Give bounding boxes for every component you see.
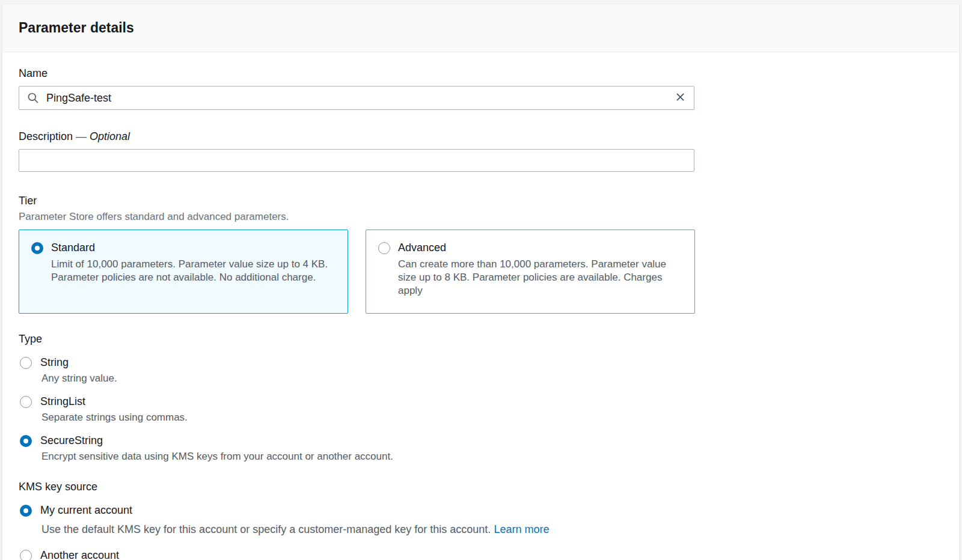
name-label: Name xyxy=(19,67,943,80)
name-input xyxy=(19,86,694,110)
radio-option-string: String Any string value. xyxy=(19,356,943,385)
tier-tile-standard[interactable]: Standard Limit of 10,000 parameters. Par… xyxy=(19,230,348,314)
panel-content: Name xyxy=(2,52,959,560)
panel-title: Parameter details xyxy=(19,20,943,36)
kms-description: Use the default KMS key for this account… xyxy=(41,523,943,536)
type-section: Type String Any string value. StringList… xyxy=(19,333,943,463)
tier-advanced-header: Advanced xyxy=(378,242,682,254)
tier-standard-header: Standard xyxy=(31,242,335,254)
description-field-group: Description — Optional xyxy=(19,130,943,172)
description-label-text: Description xyxy=(19,130,73,142)
kms-section: KMS key source My current account Use th… xyxy=(19,481,943,560)
type-securestring-description: Encrypt sensitive data using KMS keys fr… xyxy=(41,451,943,463)
learn-more-link[interactable]: Learn more xyxy=(494,523,549,535)
type-stringlist-title: StringList xyxy=(40,395,85,408)
radio-standard[interactable] xyxy=(31,242,43,254)
description-label-separator: — xyxy=(76,130,87,142)
description-label: Description — Optional xyxy=(19,130,943,143)
name-field-group: Name xyxy=(19,67,943,110)
radio-row-another-account[interactable]: Another account xyxy=(20,549,943,560)
radio-advanced[interactable] xyxy=(378,242,390,254)
tier-tile-advanced[interactable]: Advanced Can create more than 10,000 par… xyxy=(366,230,695,314)
description-label-optional: Optional xyxy=(90,130,130,142)
tier-standard-description: Limit of 10,000 parameters. Parameter va… xyxy=(51,258,335,284)
radio-string[interactable] xyxy=(20,357,32,369)
kms-label: KMS key source xyxy=(19,481,943,493)
type-stringlist-description: Separate strings using commas. xyxy=(41,412,943,424)
radio-row-securestring[interactable]: SecureString xyxy=(20,434,943,447)
radio-option-securestring: SecureString Encrypt sensitive data usin… xyxy=(19,434,943,463)
radio-option-my-current-account: My current account Use the default KMS k… xyxy=(19,504,943,536)
radio-option-stringlist: StringList Separate strings using commas… xyxy=(19,395,943,424)
close-icon xyxy=(675,91,686,105)
description-input-field[interactable] xyxy=(19,154,694,167)
parameter-details-panel: Parameter details Name xyxy=(2,4,960,560)
clear-name-button[interactable] xyxy=(675,91,686,105)
tier-standard-title: Standard xyxy=(51,242,95,254)
name-input-field[interactable] xyxy=(39,92,675,105)
type-string-description: Any string value. xyxy=(41,373,943,385)
radio-stringlist[interactable] xyxy=(20,396,32,408)
radio-row-stringlist[interactable]: StringList xyxy=(20,395,943,408)
kms-description-text: Use the default KMS key for this account… xyxy=(41,523,491,535)
kms-another-account-title: Another account xyxy=(40,549,119,560)
tier-tiles: Standard Limit of 10,000 parameters. Par… xyxy=(19,230,943,314)
tier-description: Parameter Store offers standard and adva… xyxy=(19,211,943,223)
radio-row-my-current-account[interactable]: My current account xyxy=(20,504,943,517)
radio-another-account[interactable] xyxy=(20,550,32,560)
kms-my-current-account-title: My current account xyxy=(40,504,132,517)
type-string-title: String xyxy=(40,356,69,369)
radio-row-string[interactable]: String xyxy=(20,356,943,369)
tier-label: Tier xyxy=(19,195,943,207)
type-label: Type xyxy=(19,333,943,345)
radio-securestring[interactable] xyxy=(20,435,32,447)
type-securestring-title: SecureString xyxy=(40,434,103,447)
tier-section: Tier Parameter Store offers standard and… xyxy=(19,195,943,314)
panel-header: Parameter details xyxy=(2,4,959,52)
tier-advanced-title: Advanced xyxy=(398,242,446,254)
radio-my-current-account[interactable] xyxy=(20,505,32,517)
tier-advanced-description: Can create more than 10,000 parameters. … xyxy=(398,258,682,297)
search-icon xyxy=(27,92,39,104)
radio-option-another-account: Another account xyxy=(19,549,943,560)
description-input xyxy=(19,149,694,172)
